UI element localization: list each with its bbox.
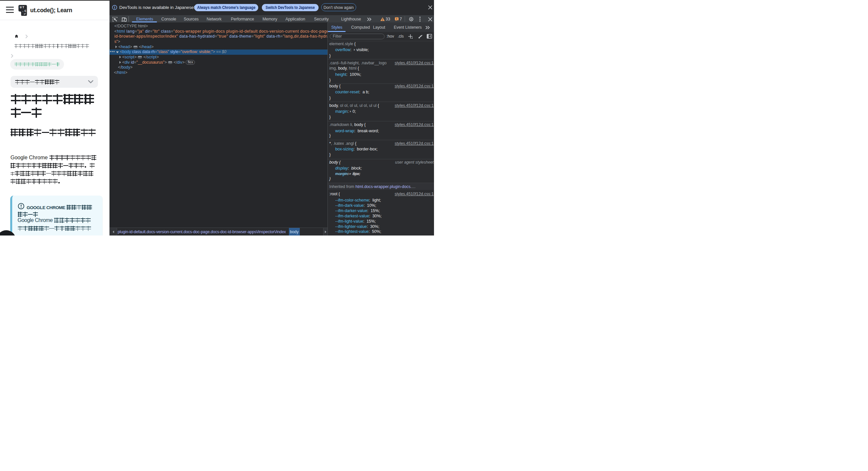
svg-text:UT: UT <box>20 6 25 9</box>
svg-text:.C: .C <box>22 9 27 13</box>
